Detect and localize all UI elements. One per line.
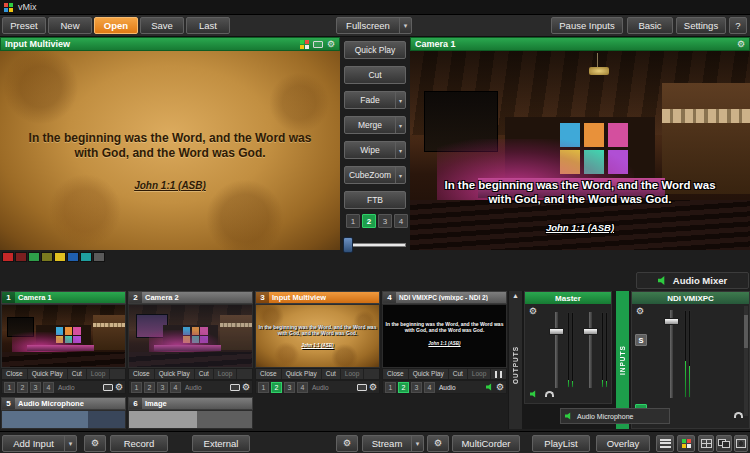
input-2-header[interactable]: 2 Camera 2 (128, 291, 253, 304)
input-5-header[interactable]: 5 Audio Microphone (1, 397, 126, 410)
fade-button[interactable]: Fade▾ (344, 91, 406, 109)
ftb-button[interactable]: FTB (344, 191, 406, 209)
save-button[interactable]: Save (140, 17, 184, 34)
input-4-thumbnail[interactable]: In the beginning was the Word, and the W… (382, 304, 507, 368)
overlay-1-toggle[interactable]: 1 (131, 382, 142, 393)
loop-button[interactable]: Loop (87, 369, 110, 379)
ndi-fader-handle[interactable] (664, 318, 679, 325)
multiview-layout-icon[interactable] (300, 40, 309, 49)
stream-button[interactable]: Stream▾ (362, 435, 424, 452)
output-4-button[interactable]: 4 (394, 214, 408, 228)
dual-display-button[interactable] (716, 435, 732, 452)
close-button[interactable]: Close (383, 369, 409, 379)
settings-button[interactable]: Settings (676, 17, 726, 34)
input-2-thumbnail[interactable] (128, 304, 253, 368)
headphone-fader-track[interactable] (589, 312, 592, 388)
loop-button[interactable]: Loop (468, 369, 491, 379)
overlay-4-toggle[interactable]: 4 (43, 382, 54, 393)
last-button[interactable]: Last (186, 17, 230, 34)
fullscreen-monitor-icon[interactable] (103, 384, 113, 391)
ndi-strip-header[interactable]: NDI VMIXPC (632, 292, 749, 304)
preview-header[interactable]: Input Multiview ⚙ (0, 37, 340, 51)
color-swatch[interactable] (2, 252, 14, 262)
input-5-thumbnail[interactable] (1, 410, 126, 429)
input-1-header[interactable]: 1 Camera 1 (1, 291, 126, 304)
scroll-up-icon[interactable]: ▲ (512, 291, 519, 301)
overlay-3-toggle[interactable]: 3 (30, 382, 41, 393)
overlay-2-toggle[interactable]: 2 (17, 382, 28, 393)
output-2-button[interactable]: 2 (362, 214, 376, 228)
input-3-thumbnail[interactable]: In the beginning was the Word, and the W… (255, 304, 380, 368)
new-button[interactable]: New (48, 17, 92, 34)
quick-play-button[interactable]: Quick Play (28, 369, 68, 379)
input-3-header[interactable]: 3 Input Multiview (255, 291, 380, 304)
quick-play-button[interactable]: Quick Play (155, 369, 195, 379)
fullscreen-toggle-button[interactable] (734, 435, 748, 452)
overlay-2-toggle[interactable]: 2 (398, 382, 409, 393)
audio-label[interactable]: Audio (185, 384, 202, 391)
close-button[interactable]: Close (129, 369, 155, 379)
input-1-thumbnail[interactable] (1, 304, 126, 368)
preview-settings-gear-icon[interactable]: ⚙ (327, 40, 335, 49)
cut-button[interactable]: Cut (449, 369, 468, 379)
overlay-1-toggle[interactable]: 1 (385, 382, 396, 393)
merge-dropdown-icon[interactable]: ▾ (395, 117, 405, 133)
headphone-fader-handle[interactable] (583, 328, 598, 335)
wipe-dropdown-icon[interactable]: ▾ (395, 142, 405, 158)
wipe-button[interactable]: Wipe▾ (344, 141, 406, 159)
stream-dropdown-icon[interactable]: ▾ (411, 436, 423, 451)
master-speaker-icon[interactable] (530, 390, 538, 398)
external-button[interactable]: External (192, 435, 250, 452)
overlay-3-toggle[interactable]: 3 (411, 382, 422, 393)
cubezoom-button[interactable]: CubeZoom▾ (344, 166, 406, 184)
fullscreen-monitor-icon[interactable] (357, 384, 367, 391)
color-swatch[interactable] (15, 252, 27, 262)
overlay-2-toggle[interactable]: 2 (271, 382, 282, 393)
overlay-1-toggle[interactable]: 1 (4, 382, 15, 393)
loop-button[interactable]: Loop (214, 369, 237, 379)
output-1-button[interactable]: 1 (346, 214, 360, 228)
audio-mixer-toggle-button[interactable]: Audio Mixer (636, 272, 749, 289)
mixer-headphone-icon[interactable] (734, 412, 743, 418)
open-button[interactable]: Open (94, 17, 138, 34)
color-swatch[interactable] (80, 252, 92, 262)
overlay-4-toggle[interactable]: 4 (170, 382, 181, 393)
multicorder-button[interactable]: MultiCorder (452, 435, 520, 452)
playlist-button[interactable]: PlayList (532, 435, 590, 452)
transition-tbar-handle[interactable] (343, 237, 353, 253)
audio-label[interactable]: Audio (439, 384, 456, 391)
close-button[interactable]: Close (256, 369, 282, 379)
input-gear-icon[interactable]: ⚙ (115, 383, 123, 392)
cut-button[interactable]: Cut (322, 369, 341, 379)
overlay-4-toggle[interactable]: 4 (424, 382, 435, 393)
fullscreen-monitor-icon[interactable] (230, 384, 240, 391)
multiview-grid-button[interactable] (677, 435, 695, 452)
input-gear-icon[interactable]: ⚙ (496, 383, 504, 392)
monitor-icon[interactable] (313, 41, 323, 48)
pause-icon[interactable] (495, 371, 502, 378)
fullscreen-dropdown-icon[interactable]: ▾ (399, 18, 411, 33)
preview-viewport[interactable]: In the beginning was the Word, and the W… (0, 51, 340, 250)
quick-play-button[interactable]: Quick Play (344, 41, 406, 59)
color-swatch[interactable] (67, 252, 79, 262)
overlay-1-toggle[interactable]: 1 (258, 382, 269, 393)
overlay-3-toggle[interactable]: 3 (284, 382, 295, 393)
master-strip-header[interactable]: Master (525, 292, 611, 304)
color-swatch[interactable] (93, 252, 105, 262)
loop-button[interactable]: Loop (341, 369, 364, 379)
color-swatch[interactable] (28, 252, 40, 262)
program-viewport[interactable]: In the beginning was the Word, and the W… (410, 51, 750, 250)
mixer-scrollbar[interactable] (744, 306, 748, 416)
audio-label[interactable]: Audio (58, 384, 75, 391)
merge-button[interactable]: Merge▾ (344, 116, 406, 134)
layout-grid-button[interactable] (698, 435, 714, 452)
cut-button[interactable]: Cut (68, 369, 87, 379)
fullscreen-button[interactable]: Fullscreen▾ (336, 17, 412, 34)
pause-inputs-button[interactable]: Pause Inputs (551, 17, 623, 34)
color-swatch[interactable] (54, 252, 66, 262)
color-swatch[interactable] (41, 252, 53, 262)
program-header[interactable]: Camera 1 ⚙ (410, 37, 750, 51)
add-input-button[interactable]: Add Input▾ (2, 435, 77, 452)
input-6-header[interactable]: 6 Image (128, 397, 253, 410)
output-3-button[interactable]: 3 (378, 214, 392, 228)
